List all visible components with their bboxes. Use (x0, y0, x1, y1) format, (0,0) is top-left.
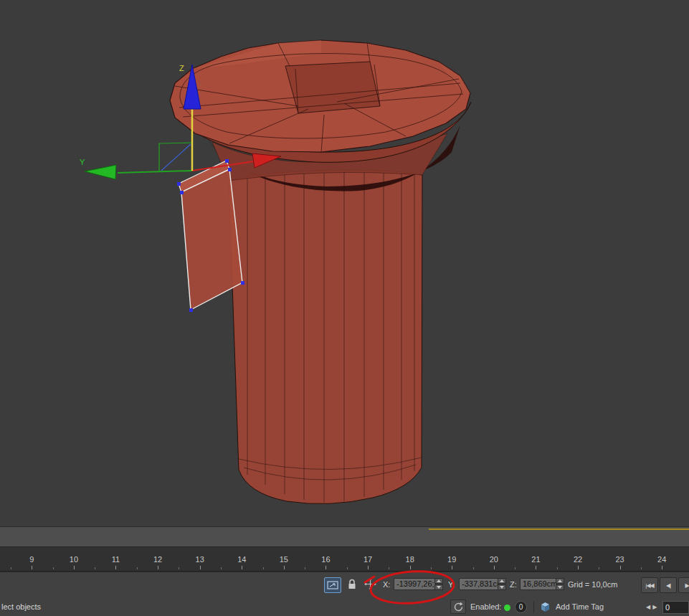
screw-head-top[interactable] (170, 40, 470, 152)
timeline-tick: 15 (263, 547, 305, 571)
timeline-tick: 12 (137, 547, 179, 571)
z-coord-label: Z: (510, 580, 517, 589)
time-range-line (429, 529, 689, 530)
timeline-tick: 20 (473, 547, 515, 571)
timeline-tick: 17 (347, 547, 389, 571)
y-coord-field[interactable]: -337,831cr (459, 578, 499, 590)
timeline-tick: 13 (179, 547, 221, 571)
circular-arrows-icon (453, 602, 464, 612)
key-step-buttons[interactable]: ◀▶ (646, 604, 659, 610)
absolute-offset-mode-button[interactable] (363, 577, 376, 590)
z-spin-up[interactable] (556, 578, 564, 584)
x-coord-field[interactable]: -13997,26; (394, 578, 436, 590)
prompt-row: lect objects Enabled: 0 Add Time Tag ◀▶ … (0, 598, 689, 616)
z-coord-field[interactable]: 16,869cm (520, 578, 557, 590)
enabled-label: Enabled: (470, 602, 501, 611)
x-spin-down[interactable] (434, 584, 443, 590)
cube-icon (540, 602, 551, 612)
lock-icon (348, 579, 356, 589)
timeline-tick: 9 (11, 547, 53, 571)
x-spin-up[interactable] (434, 578, 443, 584)
timeline-tick: 21 (515, 547, 557, 571)
timeline-tick: 22 (557, 547, 599, 571)
transform-gizmo-icon (327, 581, 338, 589)
viewport-3d[interactable]: Z Y (0, 0, 689, 526)
gizmo-y-shaft[interactable] (118, 171, 192, 173)
grid-size-label: Grid = 10,0cm (568, 580, 617, 589)
track-bar[interactable] (0, 526, 689, 546)
gizmo-y-label: Y (80, 158, 85, 166)
transform-typein-button[interactable] (324, 577, 341, 593)
y-coord-spinner[interactable] (498, 578, 506, 590)
previous-key-button[interactable]: ◀ (646, 604, 652, 610)
go-to-start-button[interactable]: |◀◀ (641, 577, 658, 593)
timeline-tick: 10 (53, 547, 95, 571)
x-coord-spinner[interactable] (434, 578, 443, 590)
timeline-tick: 14 (221, 547, 263, 571)
xyz-move-icon (364, 578, 376, 590)
y-spin-down[interactable] (498, 584, 506, 590)
timeline-tick: 23 (599, 547, 641, 571)
timeline-tick: 24 (641, 547, 683, 571)
gizmo-plane-diagonal (161, 144, 191, 171)
timeline-tick: 16 (305, 547, 347, 571)
play-button[interactable]: ▶ (678, 577, 689, 593)
animation-mode-button[interactable] (450, 600, 466, 614)
y-spin-up[interactable] (498, 578, 506, 584)
add-time-tag-link[interactable]: Add Time Tag (556, 602, 604, 611)
screw-shank[interactable] (229, 171, 422, 504)
prompt-text: lect objects (1, 602, 41, 611)
timeline-tick: 19 (431, 547, 473, 571)
next-key-button[interactable]: ▶ (652, 604, 659, 610)
x-coord-label: X: (383, 580, 390, 589)
z-coord-spinner[interactable] (556, 578, 564, 590)
enabled-indicator[interactable] (504, 605, 510, 611)
z-spin-down[interactable] (556, 584, 564, 590)
time-tag-button[interactable] (539, 601, 551, 613)
gizmo-z-label: Z (179, 64, 184, 72)
status-bar: X: -13997,26; Y: -337,831cr Z: 16,869cm … (0, 572, 689, 616)
timeline-ruler[interactable]: 9 10 11 12 13 14 15 16 17 18 19 20 21 22… (0, 546, 689, 572)
coordinate-row: X: -13997,26; Y: -337,831cr Z: 16,869cm … (0, 572, 689, 598)
zero-key-badge[interactable]: 0 (515, 601, 527, 613)
separator (533, 601, 534, 613)
current-frame-field[interactable]: 0 (662, 601, 689, 614)
y-coord-label: Y: (448, 580, 455, 589)
timeline-tick: 18 (389, 547, 431, 571)
gizmo-y-arrowhead[interactable] (85, 165, 116, 179)
selection-lock-toggle[interactable] (347, 578, 357, 589)
previous-frame-button[interactable]: ◀| (660, 577, 677, 593)
timeline-tick: 11 (95, 547, 137, 571)
scene-canvas[interactable]: Z Y (0, 0, 689, 526)
